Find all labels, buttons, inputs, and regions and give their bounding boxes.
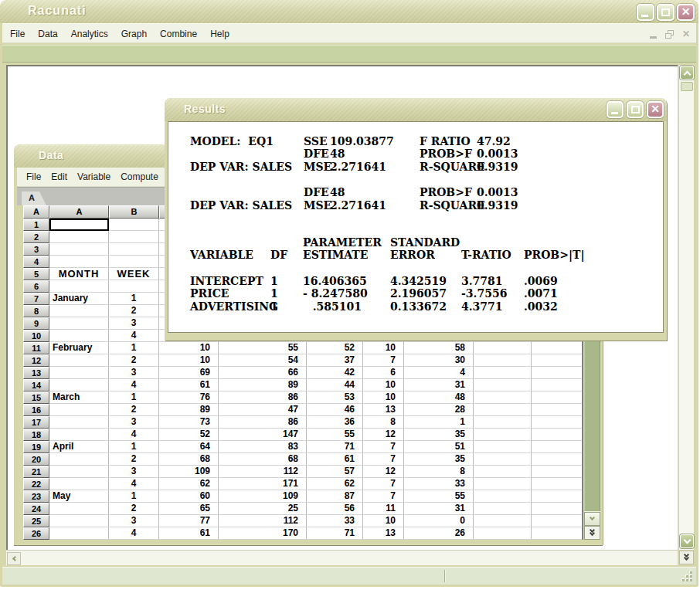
grid-cell[interactable]: 31 bbox=[404, 503, 474, 515]
grid-cell[interactable]: 89 bbox=[219, 379, 307, 391]
grid-cell[interactable] bbox=[49, 379, 109, 391]
grid-cell[interactable]: 61 bbox=[159, 527, 219, 540]
row-header[interactable]: 14 bbox=[23, 379, 49, 391]
grid-cell[interactable] bbox=[474, 490, 532, 503]
grid-cell[interactable]: 47 bbox=[219, 404, 307, 416]
menu-item-combine[interactable]: Combine bbox=[160, 29, 197, 39]
menu-item-help[interactable]: Help bbox=[210, 29, 229, 39]
grid-cell[interactable] bbox=[474, 367, 532, 379]
grid-cell[interactable]: 35 bbox=[404, 429, 474, 441]
grid-cell[interactable]: 64 bbox=[159, 441, 219, 453]
grid-cell[interactable]: 3 bbox=[109, 466, 159, 478]
grid-cell[interactable] bbox=[474, 441, 532, 453]
grid-cell[interactable]: 2 bbox=[109, 503, 159, 515]
grid-cell[interactable] bbox=[49, 515, 109, 527]
grid-cell[interactable]: 46 bbox=[307, 404, 363, 416]
grid-cell[interactable]: 112 bbox=[219, 515, 307, 527]
grid-cell[interactable] bbox=[532, 391, 583, 404]
grid-cell[interactable]: 51 bbox=[404, 441, 474, 453]
grid-cell[interactable]: 4 bbox=[404, 367, 474, 379]
grid-cell[interactable]: 54 bbox=[219, 354, 307, 367]
results-close-button[interactable]: ✕ bbox=[647, 101, 664, 118]
grid-cell[interactable]: 109 bbox=[159, 466, 219, 478]
grid-cell[interactable]: 62 bbox=[307, 478, 363, 490]
grid-cell[interactable]: 1 bbox=[109, 441, 159, 453]
mdi-vertical-scrollbar[interactable] bbox=[678, 65, 694, 550]
grid-cell[interactable] bbox=[49, 416, 109, 429]
grid-cell[interactable]: 83 bbox=[219, 441, 307, 453]
grid-cell[interactable]: 87 bbox=[307, 490, 363, 503]
grid-cell[interactable] bbox=[109, 280, 159, 293]
grid-cell[interactable] bbox=[532, 466, 583, 478]
grid-cell[interactable]: February bbox=[49, 342, 109, 354]
data-scroll-down-button[interactable] bbox=[584, 512, 600, 526]
maximize-button[interactable] bbox=[657, 4, 675, 21]
grid-cell[interactable]: 33 bbox=[404, 478, 474, 490]
grid-cell[interactable] bbox=[109, 231, 159, 243]
row-header[interactable]: 26 bbox=[23, 527, 49, 540]
grid-cell[interactable]: 66 bbox=[219, 367, 307, 379]
row-header[interactable]: 13 bbox=[23, 367, 49, 379]
grid-cell[interactable]: 68 bbox=[159, 453, 219, 466]
grid-cell[interactable]: 62 bbox=[159, 478, 219, 490]
grid-cell[interactable]: 10 bbox=[363, 379, 404, 391]
grid-cell[interactable] bbox=[474, 453, 532, 466]
grid-cell[interactable]: 10 bbox=[363, 342, 404, 354]
grid-cell[interactable] bbox=[49, 219, 109, 231]
grid-cell[interactable]: 171 bbox=[219, 478, 307, 490]
grid-cell[interactable]: 37 bbox=[307, 354, 363, 367]
scroll-left-button[interactable] bbox=[7, 552, 21, 565]
grid-cell[interactable]: 44 bbox=[307, 379, 363, 391]
grid-cell[interactable] bbox=[474, 404, 532, 416]
grid-cell[interactable]: 30 bbox=[404, 354, 474, 367]
grid-cell[interactable]: 89 bbox=[159, 404, 219, 416]
mdi-restore-icon[interactable] bbox=[665, 30, 674, 39]
grid-cell[interactable] bbox=[49, 305, 109, 317]
grid-cell[interactable] bbox=[49, 354, 109, 367]
grid-cell[interactable]: 3 bbox=[109, 367, 159, 379]
grid-cell[interactable]: 6 bbox=[363, 367, 404, 379]
grid-cell[interactable] bbox=[474, 391, 532, 404]
data-menu-item-file[interactable]: File bbox=[26, 171, 41, 182]
row-header[interactable]: 24 bbox=[23, 503, 49, 515]
grid-cell[interactable] bbox=[49, 503, 109, 515]
grid-cell[interactable]: 2 bbox=[109, 305, 159, 317]
grid-cell[interactable]: 58 bbox=[404, 342, 474, 354]
grid-cell[interactable] bbox=[532, 515, 583, 527]
grid-cell[interactable]: 10 bbox=[363, 515, 404, 527]
grid-cell[interactable]: 12 bbox=[363, 429, 404, 441]
grid-cell[interactable] bbox=[474, 354, 532, 367]
grid-cell[interactable]: 25 bbox=[219, 503, 307, 515]
row-header[interactable]: 21 bbox=[23, 466, 49, 478]
grid-cell[interactable]: 73 bbox=[159, 416, 219, 429]
grid-cell[interactable]: 1 bbox=[109, 342, 159, 354]
grid-cell[interactable]: 1 bbox=[109, 391, 159, 404]
grid-cell[interactable] bbox=[49, 466, 109, 478]
grid-cell[interactable]: 11 bbox=[363, 503, 404, 515]
grid-cell[interactable] bbox=[532, 441, 583, 453]
row-header[interactable]: 17 bbox=[23, 416, 49, 429]
grid-cell[interactable]: 7 bbox=[363, 441, 404, 453]
grid-cell[interactable] bbox=[109, 256, 159, 268]
grid-cell[interactable] bbox=[532, 367, 583, 379]
results-minimize-button[interactable] bbox=[607, 101, 624, 118]
main-titlebar[interactable]: Racunati ✕ bbox=[0, 0, 698, 23]
grid-cell[interactable] bbox=[474, 379, 532, 391]
row-header[interactable]: 8 bbox=[23, 305, 49, 317]
grid-cell[interactable]: April bbox=[49, 441, 109, 453]
grid-cell[interactable] bbox=[49, 478, 109, 490]
column-header-b[interactable]: B bbox=[109, 205, 159, 219]
mdi-horizontal-scrollbar[interactable] bbox=[6, 550, 678, 565]
grid-cell[interactable] bbox=[474, 342, 532, 354]
grid-cell[interactable]: 4 bbox=[109, 429, 159, 441]
grid-cell[interactable] bbox=[49, 317, 109, 330]
grid-cell[interactable] bbox=[49, 453, 109, 466]
grid-cell[interactable] bbox=[532, 478, 583, 490]
grid-cell[interactable] bbox=[532, 527, 583, 540]
grid-cell[interactable]: 61 bbox=[159, 379, 219, 391]
row-header[interactable]: 15 bbox=[23, 391, 49, 404]
menu-item-file[interactable]: File bbox=[10, 29, 25, 39]
grid-cell[interactable]: 10 bbox=[363, 391, 404, 404]
grid-cell[interactable]: 33 bbox=[307, 515, 363, 527]
row-header[interactable]: 25 bbox=[23, 515, 49, 527]
